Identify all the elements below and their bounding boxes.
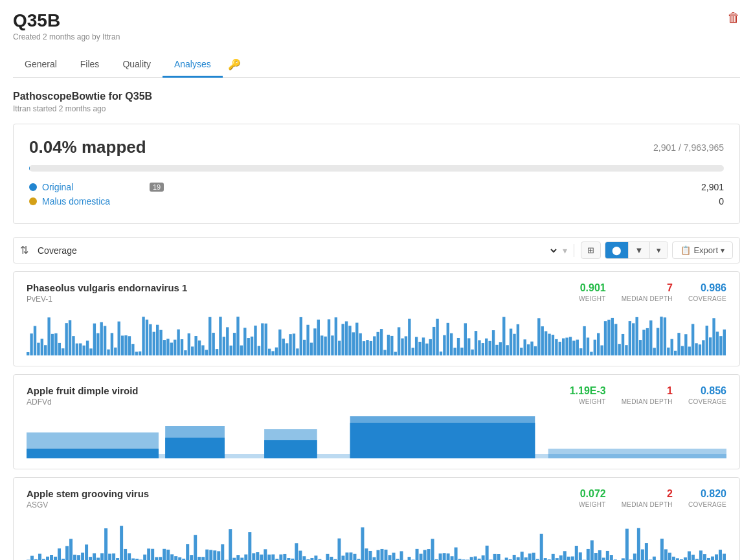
tab-general[interactable]: General [13, 52, 69, 78]
svg-rect-199 [723, 330, 726, 355]
svg-rect-317 [443, 553, 446, 560]
svg-rect-314 [431, 539, 434, 560]
svg-rect-69 [268, 349, 271, 355]
svg-rect-357 [598, 550, 601, 560]
svg-rect-123 [457, 338, 460, 355]
organism-abbr-pvev1: PvEV-1 [27, 295, 187, 304]
svg-rect-150 [552, 335, 554, 355]
svg-rect-359 [606, 551, 609, 560]
median-depth-label-asgv: MEDIAN DEPTH [622, 501, 673, 508]
svg-rect-209 [27, 454, 726, 458]
svg-rect-327 [482, 555, 485, 560]
svg-rect-192 [699, 344, 701, 355]
organism-abbr-asgv: ASGV [27, 500, 149, 510]
svg-rect-99 [373, 336, 376, 355]
svg-rect-51 [205, 350, 208, 355]
svg-rect-182 [664, 317, 666, 355]
svg-rect-77 [296, 348, 298, 355]
svg-rect-176 [642, 330, 645, 355]
mapped-percentage: 0.04% mapped [29, 137, 146, 157]
svg-rect-254 [197, 557, 201, 560]
svg-rect-266 [244, 554, 247, 560]
svg-rect-296 [361, 527, 364, 560]
svg-rect-167 [611, 318, 614, 355]
svg-rect-27 [121, 335, 124, 355]
coverage-label-adfvd: COVERAGE [688, 398, 726, 405]
svg-rect-298 [368, 551, 372, 560]
svg-rect-42 [174, 340, 176, 355]
svg-rect-350 [571, 556, 574, 560]
svg-rect-86 [328, 319, 330, 355]
svg-rect-195 [709, 337, 712, 355]
svg-rect-310 [416, 549, 419, 560]
svg-rect-93 [352, 332, 355, 355]
svg-rect-243 [155, 557, 158, 560]
svg-rect-251 [186, 544, 189, 560]
svg-rect-252 [190, 555, 193, 560]
tab-files[interactable]: Files [69, 52, 111, 78]
svg-rect-83 [317, 320, 320, 355]
svg-rect-335 [513, 555, 516, 560]
svg-rect-284 [314, 555, 317, 560]
export-label: Export [693, 245, 718, 255]
svg-rect-260 [221, 544, 224, 560]
svg-rect-253 [194, 535, 197, 560]
svg-rect-66 [258, 346, 260, 355]
svg-rect-46 [188, 333, 190, 355]
svg-rect-154 [565, 338, 568, 355]
legend-label-malus[interactable]: Malus domestica [42, 196, 146, 207]
svg-rect-60 [236, 317, 239, 355]
svg-rect-164 [600, 345, 603, 355]
svg-rect-131 [485, 339, 488, 355]
svg-rect-191 [695, 343, 697, 355]
organism-stats-adfvd: 1.19E-3 WEIGHT 1 MEDIAN DEPTH 0.856 COVE… [570, 385, 726, 405]
sort-icon[interactable]: ⇅ [20, 244, 28, 256]
export-button[interactable]: 📋 Export ▾ [672, 241, 733, 259]
svg-rect-302 [385, 550, 388, 560]
svg-rect-48 [194, 336, 197, 355]
svg-rect-71 [275, 348, 278, 355]
svg-rect-290 [337, 539, 341, 560]
svg-rect-187 [681, 346, 684, 355]
filter-bar: ⇅ Coverage ▾ ⊞ ⬤ ▼ ▾ 📋 Export ▾ [13, 237, 740, 263]
svg-rect-98 [370, 341, 372, 355]
dropdown-button[interactable]: ▾ [650, 242, 668, 258]
svg-rect-70 [271, 351, 274, 355]
columns-button[interactable]: ⊞ [581, 241, 601, 259]
svg-rect-62 [243, 328, 246, 355]
svg-rect-78 [300, 317, 302, 355]
svg-rect-247 [170, 554, 174, 560]
tab-analyses[interactable]: Analyses [163, 52, 223, 78]
svg-rect-0 [27, 352, 29, 355]
svg-rect-30 [131, 344, 134, 355]
svg-rect-115 [429, 339, 432, 355]
svg-rect-265 [240, 557, 243, 560]
page-subtitle: Created 2 months ago by Ittran [13, 32, 120, 41]
svg-rect-21 [100, 322, 103, 355]
filter-button[interactable]: ▼ [629, 242, 651, 258]
svg-rect-128 [475, 331, 477, 355]
svg-rect-41 [170, 342, 173, 355]
svg-rect-13 [72, 336, 74, 355]
svg-rect-7 [51, 334, 54, 355]
tab-quality[interactable]: Quality [111, 52, 163, 78]
svg-rect-328 [486, 546, 489, 560]
svg-rect-76 [293, 333, 295, 355]
chart-adfvd [27, 413, 726, 458]
svg-rect-228 [96, 557, 100, 560]
legend-label-original[interactable]: Original [42, 182, 146, 192]
coverage-value-adfvd: 0.856 [701, 385, 726, 397]
svg-rect-155 [569, 337, 572, 355]
svg-rect-158 [579, 348, 582, 355]
coverage-select[interactable]: Coverage [35, 245, 559, 256]
delete-button[interactable]: 🗑 [727, 10, 740, 25]
svg-rect-331 [497, 554, 500, 560]
svg-rect-229 [100, 553, 104, 560]
svg-rect-389 [723, 554, 726, 560]
tab-key-icon[interactable]: 🔑 [223, 52, 246, 77]
chart-view-button[interactable]: ⬤ [605, 242, 629, 258]
svg-rect-255 [201, 557, 205, 560]
svg-rect-171 [625, 345, 627, 355]
svg-rect-190 [691, 324, 694, 355]
svg-rect-287 [326, 554, 329, 560]
